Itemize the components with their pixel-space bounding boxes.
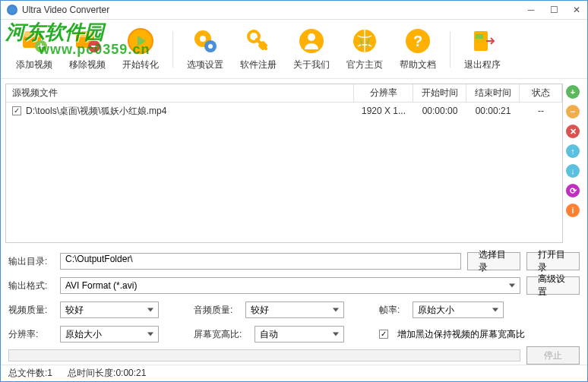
filecount-label: 总文件数: xyxy=(8,368,47,378)
col-header-end[interactable]: 结束时间 xyxy=(466,84,520,102)
start-convert-label: 开始转化 xyxy=(122,58,159,71)
remove-video-label: 移除视频 xyxy=(69,58,106,71)
outdir-input[interactable]: C:\OutputFolder\ xyxy=(60,253,461,270)
svg-point-13 xyxy=(308,33,315,41)
duration-value: 0:00:21 xyxy=(115,368,146,378)
cell-start: 00:00:00 xyxy=(413,104,466,118)
gear-icon xyxy=(191,27,220,55)
format-select[interactable]: AVI Format (*.avi) xyxy=(60,277,520,294)
register-label: 软件注册 xyxy=(240,58,277,71)
side-buttons: + − ✕ ↑ ↓ ⟳ i xyxy=(566,84,583,243)
options-button[interactable]: 选项设置 xyxy=(179,23,231,76)
blackbar-label: 增加黑边保持视频的屏幕宽高比 xyxy=(397,328,525,341)
cell-resolution: 1920 X 1... xyxy=(354,104,413,118)
open-dir-button[interactable]: 打开目录 xyxy=(526,252,580,270)
vq-select[interactable]: 较好 xyxy=(60,301,159,318)
add-video-label: 添加视频 xyxy=(16,58,52,71)
add-item-button[interactable]: + xyxy=(566,85,580,99)
start-convert-button[interactable]: 开始转化 xyxy=(115,23,166,76)
format-label: 输出格式: xyxy=(8,279,54,292)
svg-rect-4 xyxy=(77,31,93,37)
settings-panel: 输出目录: C:\OutputFolder\ 选择目录 打开目录 输出格式: A… xyxy=(1,248,587,346)
svg-rect-1 xyxy=(24,31,40,37)
col-header-file[interactable]: 源视频文件 xyxy=(6,84,354,102)
info-button[interactable]: i xyxy=(566,204,580,217)
remove-video-button[interactable]: 移除视频 xyxy=(62,23,113,76)
svg-rect-18 xyxy=(476,34,483,39)
aq-label: 音频质量: xyxy=(194,304,239,317)
cell-status: -- xyxy=(520,104,562,118)
col-header-start[interactable]: 开始时间 xyxy=(413,84,466,102)
blackbar-checkbox[interactable]: ✓ xyxy=(379,330,388,339)
file-table: 源视频文件 分辨率 开始时间 结束时间 状态 ✓ D:\tools\桌面\视频\… xyxy=(5,84,563,243)
maximize-button[interactable]: ☐ xyxy=(549,5,558,14)
app-icon xyxy=(7,5,17,15)
key-icon xyxy=(244,27,273,55)
svg-text:?: ? xyxy=(413,33,422,49)
add-video-button[interactable]: 添加视频 xyxy=(8,23,60,76)
help-button[interactable]: ? 帮助文档 xyxy=(392,23,444,76)
vq-label: 视频质量: xyxy=(8,304,54,317)
titlebar: Ultra Video Converter ─ ☐ ✕ xyxy=(1,1,587,20)
move-down-button[interactable]: ↓ xyxy=(566,164,580,178)
help-icon: ? xyxy=(403,27,432,55)
advanced-button[interactable]: 高级设置 xyxy=(526,276,580,295)
close-button[interactable]: ✕ xyxy=(572,5,581,14)
res-label: 分辨率: xyxy=(8,328,54,341)
exit-label: 退出程序 xyxy=(464,58,501,71)
row-checkbox[interactable]: ✓ xyxy=(12,106,21,115)
options-label: 选项设置 xyxy=(187,58,223,71)
add-video-icon xyxy=(20,27,49,55)
filecount-value: 1 xyxy=(47,368,52,378)
exit-button[interactable]: 退出程序 xyxy=(457,23,508,76)
table-row[interactable]: ✓ D:\tools\桌面\视频\狐妖小红娘.mp4 1920 X 1... 0… xyxy=(6,103,562,119)
homepage-button[interactable]: 官方主页 xyxy=(339,23,390,76)
aq-select[interactable]: 较好 xyxy=(245,301,344,318)
exit-icon xyxy=(468,27,497,55)
window-title: Ultra Video Converter xyxy=(22,5,526,15)
minimize-button[interactable]: ─ xyxy=(526,5,536,14)
status-bar: 总文件数:1 总时间长度:0:00:21 xyxy=(1,365,587,381)
move-up-button[interactable]: ↑ xyxy=(566,144,580,158)
about-button[interactable]: 关于我们 xyxy=(286,23,337,76)
user-icon xyxy=(297,27,326,55)
progress-bar xyxy=(8,349,520,361)
stop-button[interactable]: 停止 xyxy=(526,346,580,365)
help-label: 帮助文档 xyxy=(400,58,436,71)
cell-end: 00:00:21 xyxy=(466,104,520,118)
outdir-label: 输出目录: xyxy=(8,255,54,268)
toolbar: 添加视频 移除视频 开始转化 选项设置 软件注册 关于我们 官方主页 ? xyxy=(1,20,587,79)
delete-item-button[interactable]: ✕ xyxy=(566,125,580,138)
about-label: 关于我们 xyxy=(293,58,330,71)
remove-video-icon xyxy=(73,27,102,55)
register-button[interactable]: 软件注册 xyxy=(232,23,284,76)
remove-item-button[interactable]: − xyxy=(566,105,580,118)
duration-label: 总时间长度: xyxy=(68,368,115,378)
play-icon xyxy=(126,27,155,55)
aspect-select[interactable]: 自动 xyxy=(254,326,344,343)
cell-file: D:\tools\桌面\视频\狐妖小红娘.mp4 xyxy=(26,105,166,118)
browse-button[interactable]: 选择目录 xyxy=(467,252,520,270)
aspect-label: 屏幕宽高比: xyxy=(194,328,248,341)
homepage-label: 官方主页 xyxy=(346,58,383,71)
svg-point-10 xyxy=(208,44,213,49)
fps-label: 帧率: xyxy=(379,304,406,317)
svg-point-8 xyxy=(200,36,206,42)
res-select[interactable]: 原始大小 xyxy=(60,326,159,343)
col-header-status[interactable]: 状态 xyxy=(520,84,562,102)
fps-select[interactable]: 原始大小 xyxy=(413,301,504,318)
svg-rect-17 xyxy=(474,31,488,51)
refresh-button[interactable]: ⟳ xyxy=(566,184,580,197)
globe-icon xyxy=(350,27,379,55)
col-header-resolution[interactable]: 分辨率 xyxy=(354,84,413,102)
